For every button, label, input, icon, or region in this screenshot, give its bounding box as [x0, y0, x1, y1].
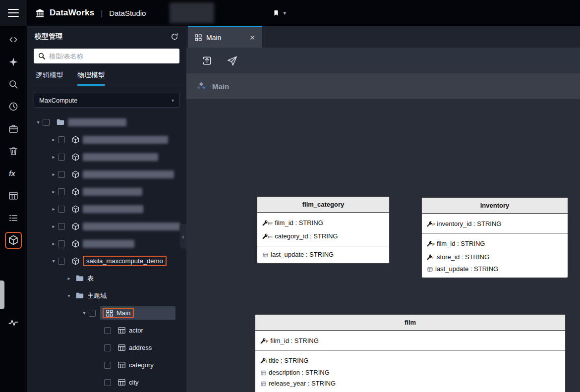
checkbox[interactable] — [104, 327, 111, 334]
er-field-inventory_id[interactable]: Pinventory_id : STRING — [422, 217, 568, 230]
er-field-group: Pfilm_id : STRING — [255, 331, 565, 350]
er-field-category_id[interactable]: PFcategory_id : STRING — [257, 229, 389, 243]
er-table-inventory[interactable]: inventoryPinventory_id : STRINGFfilm_id … — [421, 197, 568, 278]
tree-item-model-7[interactable]: ▸ — [27, 235, 186, 252]
tree-item-tables-folder[interactable]: ▸表 — [27, 270, 186, 287]
bookmark-menu[interactable]: ▾ — [273, 9, 286, 17]
chevron-down-icon[interactable]: ▾ — [49, 258, 58, 264]
tab-logical-model[interactable]: 逻辑模型 — [36, 71, 63, 86]
tree-item-model-5[interactable]: ▸ — [27, 200, 186, 218]
tree-item-body: 主题域 — [73, 290, 109, 302]
send-button[interactable] — [227, 55, 238, 66]
collapse-sidebar-handle[interactable]: ‹ — [180, 224, 186, 249]
model-diamond-icon — [196, 81, 206, 91]
workspace-selector-redacted[interactable] — [170, 2, 214, 23]
tree-item-model-2[interactable]: ▸ — [27, 148, 186, 166]
chevron-right-icon[interactable]: ▸ — [64, 276, 73, 281]
refresh-icon[interactable] — [171, 33, 178, 41]
tree-item-model-3[interactable]: ▸ — [27, 166, 186, 183]
checkbox[interactable] — [58, 154, 65, 161]
folder-icon — [76, 292, 84, 299]
er-field-release_year[interactable]: release_year : STRING — [255, 378, 565, 389]
tree-item-subject-area-folder[interactable]: ▾主题域 — [27, 287, 186, 304]
tab-physical-model[interactable]: 物理模型 — [77, 71, 105, 86]
checkbox[interactable] — [58, 136, 65, 143]
tree-item-body — [69, 152, 161, 163]
rail-item-search[interactable] — [0, 73, 27, 95]
er-field-last_update[interactable]: last_update : STRING — [257, 249, 389, 260]
search-icon — [38, 52, 46, 60]
search-input[interactable] — [34, 49, 179, 63]
tree-item-model-1[interactable]: ▸ — [27, 131, 186, 148]
rail-item-list[interactable] — [0, 207, 27, 229]
chevron-down-icon[interactable]: ▾ — [80, 310, 89, 316]
er-field-title[interactable]: Ititle : STRING — [255, 354, 565, 367]
chevron-down-icon[interactable]: ▾ — [64, 293, 73, 298]
engine-select[interactable]: MaxCompute ▾ — [34, 93, 179, 108]
chevron-right-icon[interactable]: ▸ — [49, 171, 58, 177]
rail-item-table[interactable] — [0, 184, 27, 207]
er-canvas[interactable]: film_categoryPFfilm_id : STRINGPFcategor… — [186, 99, 580, 392]
publish-button[interactable] — [201, 55, 213, 66]
er-field-group: Ititle : STRINGdescription : STRINGrelea… — [255, 350, 565, 392]
checkbox[interactable] — [58, 258, 65, 265]
er-field-film_id[interactable]: Ffilm_id : STRING — [422, 237, 568, 250]
er-field-label: title : STRING — [269, 356, 308, 365]
tree-item-model-6[interactable]: ▸ — [27, 218, 186, 235]
rail-item-clock[interactable] — [0, 95, 27, 117]
checkbox[interactable] — [58, 240, 65, 247]
tree-item-city-table[interactable]: city — [27, 374, 186, 391]
top-header: DataWorks | DataStudio ▾ — [0, 0, 580, 26]
main-content: Main ✕ Main film_categoryPFfilm_id : STR… — [186, 26, 580, 392]
rail-item-briefcase[interactable] — [0, 117, 27, 140]
checkbox[interactable] — [104, 379, 111, 386]
rail-item-fx[interactable]: fx — [0, 162, 27, 184]
checkbox[interactable] — [104, 362, 111, 369]
tab-main[interactable]: Main ✕ — [188, 26, 262, 48]
rail-item-pulse[interactable] — [0, 311, 27, 334]
chevron-right-icon[interactable]: ▸ — [49, 154, 58, 160]
table-icon — [118, 344, 125, 351]
checkbox[interactable] — [43, 119, 50, 126]
rail-item-star[interactable] — [0, 51, 27, 73]
er-field-film_id[interactable]: Pfilm_id : STRING — [255, 334, 565, 347]
tree-item-sakila-model[interactable]: ▾sakila_maxcompute_demo — [27, 252, 186, 270]
checkbox[interactable] — [58, 206, 65, 213]
folder-icon — [76, 275, 84, 281]
rail-item-cube[interactable] — [0, 229, 27, 251]
checkbox[interactable] — [104, 344, 111, 351]
chevron-down-icon[interactable]: ▾ — [34, 119, 43, 125]
er-field-store_id[interactable]: Fstore_id : STRING — [422, 250, 568, 264]
checkbox[interactable] — [89, 310, 96, 317]
chevron-right-icon[interactable]: ▸ — [49, 206, 58, 212]
tree-item-workspace-root[interactable]: ▾ — [27, 113, 186, 131]
chevron-right-icon[interactable]: ▸ — [49, 241, 58, 246]
er-table-film_category[interactable]: film_categoryPFfilm_id : STRINGPFcategor… — [257, 196, 390, 264]
tree-item-category-table[interactable]: category — [27, 356, 186, 374]
chevron-right-icon[interactable]: ▸ — [49, 189, 58, 194]
checkbox[interactable] — [58, 223, 65, 230]
tree-item-address-table[interactable]: address — [27, 339, 186, 356]
er-table-title: film_category — [257, 197, 389, 213]
rail-item-code[interactable] — [0, 28, 27, 51]
rail-item-trash[interactable] — [0, 140, 27, 162]
chevron-right-icon[interactable]: ▸ — [49, 137, 58, 142]
er-field-film_id[interactable]: PFfilm_id : STRING — [257, 216, 389, 229]
er-field-last_update[interactable]: last_update : STRING — [422, 264, 568, 275]
hamburger-menu-button[interactable] — [0, 0, 27, 26]
tree-item-model-4[interactable]: ▸ — [27, 183, 186, 200]
edge-drag-handle[interactable] — [0, 280, 4, 309]
er-table-film[interactable]: filmPfilm_id : STRINGItitle : STRINGdesc… — [255, 314, 566, 392]
tree-item-main-subject[interactable]: ▾Main — [27, 304, 186, 322]
tree-item-actor-table[interactable]: actor — [27, 322, 186, 339]
cube-icon — [72, 257, 79, 265]
er-field-group: PFfilm_id : STRINGPFcategory_id : STRING — [257, 213, 389, 246]
chevron-right-icon[interactable]: ▸ — [49, 224, 58, 229]
dataworks-logo-icon — [35, 8, 45, 18]
checkbox[interactable] — [58, 171, 65, 178]
close-icon[interactable]: ✕ — [249, 34, 255, 41]
checkbox[interactable] — [58, 188, 65, 195]
er-field-group: Ffilm_id : STRINGFstore_id : STRINGlast_… — [422, 233, 568, 278]
highlight-box: Main — [103, 308, 134, 318]
er-field-description[interactable]: description : STRING — [255, 367, 565, 378]
